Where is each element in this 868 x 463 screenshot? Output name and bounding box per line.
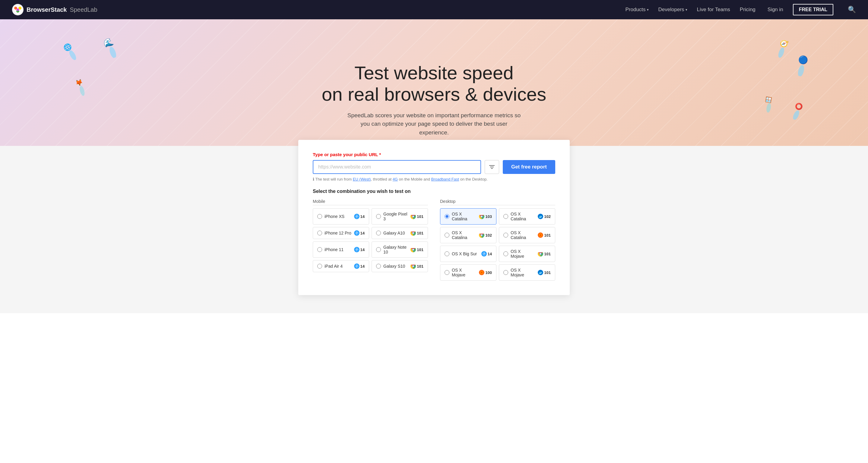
- radio-google-pixel-3[interactable]: [376, 214, 381, 219]
- combo-item-osx-mojave-edge[interactable]: OS X Mojave 101: [499, 264, 555, 280]
- svg-point-94: [481, 272, 483, 273]
- combo-badge: 102: [479, 232, 492, 238]
- combo-item-label: OS X Mojave: [510, 249, 535, 259]
- combo-item-osx-cat-chrome-102[interactable]: OS X Catalina 102: [440, 227, 496, 243]
- svg-point-91: [540, 253, 541, 255]
- search-icon[interactable]: 🔍: [848, 6, 856, 13]
- free-trial-button[interactable]: FREE TRIAL: [793, 4, 833, 15]
- svg-text:🔵: 🔵: [797, 54, 809, 66]
- combo-item-label: OS X Catalina: [510, 211, 535, 221]
- url-label: Type or paste your public URL *: [313, 152, 555, 157]
- combo-badge: 14: [354, 263, 365, 269]
- svg-point-17: [777, 47, 785, 59]
- radio-osx-cat-edge-102[interactable]: [503, 214, 508, 219]
- apple-logo: [96, 89, 107, 99]
- combo-item-osx-cat-edge-102[interactable]: OS X Catalina 102: [499, 208, 555, 225]
- svg-text:🌊: 🌊: [102, 36, 115, 48]
- radio-osx-cat-chrome-103[interactable]: [444, 214, 450, 219]
- speedlab-card: Type or paste your public URL * Get free…: [298, 140, 570, 295]
- main-section: Type or paste your public URL * Get free…: [0, 146, 868, 313]
- radio-iphone-xs[interactable]: [317, 214, 322, 219]
- radio-osx-mojave-chrome[interactable]: [503, 252, 508, 256]
- combo-item-label: iPhone XS: [324, 214, 352, 219]
- nav-signin[interactable]: Sign in: [768, 7, 783, 13]
- combo-item-osx-mojave-ff[interactable]: OS X Mojave 100: [440, 264, 496, 280]
- browser-rocket-firefox-left: 🦊: [70, 72, 92, 98]
- combo-item-galaxy-s10[interactable]: Galaxy S10 101: [372, 260, 428, 272]
- combo-badge: 100: [479, 270, 492, 275]
- radio-osx-mojave-edge[interactable]: [503, 270, 508, 275]
- combo-item-label: OS X Catalina: [510, 230, 535, 240]
- combo-item-osx-big-sur-safari[interactable]: OS X Big Sur 14: [440, 246, 496, 262]
- chevron-down-icon: ▾: [685, 8, 687, 12]
- broadband-link[interactable]: Broadband Fast: [431, 177, 459, 181]
- radio-ipad-air-4[interactable]: [317, 264, 322, 269]
- desktop-rows: OS X Catalina 103 OS X Catalina 102 OS X…: [440, 208, 555, 283]
- radio-galaxy-note-10[interactable]: [376, 247, 381, 252]
- combo-item-ipad-air-4[interactable]: iPad Air 4 14: [313, 260, 369, 272]
- combo-item-label: Google Pixel 3: [383, 211, 408, 221]
- combo-item-label: Galaxy Note 10: [383, 245, 408, 255]
- get-report-button[interactable]: Get free report: [503, 160, 555, 174]
- radio-osx-big-sur-safari[interactable]: [444, 252, 450, 256]
- svg-text:🪟: 🪟: [765, 96, 773, 104]
- nav-pricing[interactable]: Pricing: [740, 7, 755, 13]
- url-input[interactable]: [313, 160, 481, 174]
- browser-rocket-ie: 🌐: [56, 34, 83, 64]
- chevron-down-icon: ▾: [647, 8, 649, 12]
- combo-row: iPhone 12 Pro 14 Galaxy A10 101: [313, 227, 428, 239]
- combo-item-label: OS X Mojave: [452, 268, 476, 277]
- filter-icon: [489, 164, 495, 170]
- svg-point-59: [412, 249, 414, 251]
- combo-item-iphone-11[interactable]: iPhone 11 14: [313, 241, 369, 258]
- logo[interactable]: BrowserStack SpeedLab: [12, 4, 97, 15]
- combo-row: iPad Air 4 14 Galaxy S10 101: [313, 260, 428, 272]
- combo-item-osx-mojave-chrome[interactable]: OS X Mojave 101: [499, 246, 555, 262]
- combo-badge: 101: [410, 230, 424, 236]
- mobile-rows: iPhone XS 14 Google Pixel 3 101 iPhone 1…: [313, 208, 428, 275]
- combo-item-galaxy-a10[interactable]: Galaxy A10 101: [372, 227, 428, 239]
- browser-rocket-compass: 🧭: [771, 32, 796, 61]
- svg-point-26: [792, 109, 801, 121]
- combo-item-label: iPad Air 4: [324, 264, 352, 269]
- nav-products[interactable]: Products ▾: [625, 7, 649, 13]
- combo-item-iphone-12-pro[interactable]: iPhone 12 Pro 14: [313, 227, 369, 239]
- hero-subtitle: SpeedLab scores your website on importan…: [346, 111, 522, 137]
- 4g-link[interactable]: 4G: [393, 177, 398, 181]
- filter-button[interactable]: [485, 160, 499, 174]
- combo-badge: 101: [538, 251, 551, 257]
- radio-osx-cat-ff-101[interactable]: [503, 233, 508, 237]
- radio-galaxy-a10[interactable]: [376, 231, 381, 235]
- radio-osx-mojave-ff[interactable]: [444, 270, 450, 275]
- combo-item-label: iPhone 12 Pro: [324, 231, 352, 235]
- radio-iphone-11[interactable]: [317, 247, 322, 252]
- combo-item-label: OS X Catalina: [452, 211, 476, 221]
- combo-item-osx-cat-chrome-103[interactable]: OS X Catalina 103: [440, 208, 496, 225]
- hero-content: Test website speed on real browsers & de…: [316, 44, 552, 146]
- combo-item-iphone-xs[interactable]: iPhone XS 14: [313, 208, 369, 225]
- combo-badge: 101: [538, 270, 551, 275]
- combo-item-galaxy-note-10[interactable]: Galaxy Note 10 101: [372, 241, 428, 258]
- product-name: SpeedLab: [70, 6, 97, 13]
- svg-point-39: [412, 216, 414, 217]
- combo-row: OS X Catalina 103 OS X Catalina 102: [440, 208, 555, 225]
- svg-point-5: [17, 8, 19, 11]
- radio-iphone-12-pro[interactable]: [317, 231, 322, 235]
- combo-row: OS X Big Sur 14 OS X Mojave 101: [440, 246, 555, 262]
- nav-developers[interactable]: Developers ▾: [658, 7, 687, 13]
- radio-osx-cat-chrome-102[interactable]: [444, 233, 450, 237]
- mobile-label: Mobile: [313, 199, 428, 205]
- combo-badge: 14: [354, 247, 365, 252]
- combo-item-osx-cat-ff-101[interactable]: OS X Catalina 101: [499, 227, 555, 243]
- svg-point-69: [412, 266, 414, 267]
- svg-point-23: [766, 103, 772, 113]
- svg-point-20: [797, 64, 805, 77]
- nav-live-for-teams[interactable]: Live for Teams: [697, 7, 730, 13]
- browser-rocket-windows-edge: 🪟: [760, 91, 779, 114]
- radio-galaxy-s10[interactable]: [376, 264, 381, 269]
- combo-item-google-pixel-3[interactable]: Google Pixel 3 101: [372, 208, 428, 225]
- svg-text:⭕: ⭕: [794, 101, 804, 112]
- svg-point-49: [412, 232, 414, 234]
- eu-west-link[interactable]: EU (West): [353, 177, 371, 181]
- combo-item-label: Galaxy A10: [383, 231, 408, 235]
